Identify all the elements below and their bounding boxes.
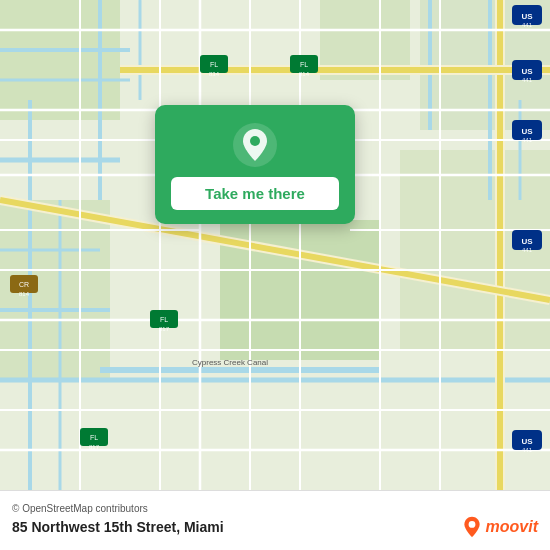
take-me-there-card: Take me there	[155, 105, 355, 224]
svg-text:441: 441	[522, 247, 533, 253]
svg-text:814: 814	[19, 291, 30, 297]
svg-text:441: 441	[522, 22, 533, 28]
svg-text:FL: FL	[300, 61, 308, 68]
svg-text:FL: FL	[210, 61, 218, 68]
svg-text:834: 834	[209, 71, 220, 77]
take-me-there-button[interactable]: Take me there	[171, 177, 339, 210]
svg-point-80	[250, 136, 260, 146]
footer: © OpenStreetMap contributors 85 Northwes…	[0, 490, 550, 550]
svg-text:814: 814	[299, 71, 310, 77]
svg-text:Cypress Creek Canal: Cypress Creek Canal	[192, 358, 268, 367]
moovit-pin-icon	[461, 516, 483, 538]
location-pin-icon	[233, 123, 277, 167]
map-view: US 441 US 441 US 441 US 441 US 441 FL 83…	[0, 0, 550, 490]
svg-text:817: 817	[89, 444, 100, 450]
address-label: 85 Northwest 15th Street, Miami	[12, 519, 224, 535]
svg-text:US: US	[521, 437, 533, 446]
svg-text:817: 817	[159, 326, 170, 332]
map-attribution: © OpenStreetMap contributors	[12, 503, 538, 514]
svg-point-81	[468, 521, 475, 528]
address-row: 85 Northwest 15th Street, Miami moovit	[12, 516, 538, 538]
svg-text:US: US	[521, 237, 533, 246]
svg-text:FL: FL	[90, 434, 98, 441]
moovit-logo: moovit	[461, 516, 538, 538]
svg-text:441: 441	[522, 137, 533, 143]
svg-text:CR: CR	[19, 281, 29, 288]
moovit-brand-name: moovit	[486, 518, 538, 536]
svg-text:US: US	[521, 67, 533, 76]
svg-text:FL: FL	[160, 316, 168, 323]
svg-text:441: 441	[522, 77, 533, 83]
svg-text:US: US	[521, 12, 533, 21]
svg-text:US: US	[521, 127, 533, 136]
svg-text:441: 441	[522, 447, 533, 453]
